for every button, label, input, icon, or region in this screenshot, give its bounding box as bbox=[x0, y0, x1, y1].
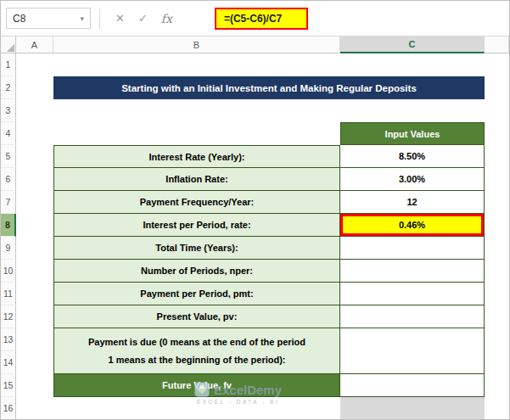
cell-C7[interactable]: 12 bbox=[340, 191, 485, 214]
cell-C15[interactable] bbox=[340, 374, 485, 397]
cell-C9[interactable] bbox=[340, 237, 485, 260]
cell-B13-B14-merged[interactable]: Payment is due (0 means at the end of th… bbox=[53, 328, 340, 374]
cell-B9[interactable]: Total Time (Years): bbox=[53, 237, 340, 260]
cell-B15-future-value[interactable]: Future Value, fv bbox=[53, 374, 340, 397]
cell-C16[interactable] bbox=[340, 397, 485, 420]
cell-C4-input-values-header[interactable]: Input Values bbox=[340, 122, 485, 145]
formula-input[interactable]: =(C5-C6)/C7 bbox=[215, 8, 308, 30]
cell-B6[interactable]: Inflation Rate: bbox=[53, 168, 340, 191]
cell-B5[interactable]: Interest Rate (Yearly): bbox=[53, 145, 340, 168]
row-header-8[interactable]: 8 bbox=[1, 214, 16, 237]
cell-B2-C2-title-banner[interactable]: Starting with an Initial Investment and … bbox=[53, 76, 485, 99]
cell-B8[interactable]: Interest per Period, rate: bbox=[53, 214, 340, 237]
cell-C13-C14-merged[interactable] bbox=[340, 328, 485, 374]
row-header-6[interactable]: 6 bbox=[1, 168, 16, 191]
cell-C10[interactable] bbox=[340, 260, 485, 283]
payment-due-label-line1: Payment is due (0 means at the end of th… bbox=[88, 333, 305, 350]
cell-C12[interactable] bbox=[340, 305, 485, 328]
cell-C8-selected[interactable]: 0.46% bbox=[340, 214, 485, 237]
name-box-value: C8 bbox=[13, 13, 25, 25]
formula-bar-divider bbox=[99, 8, 100, 29]
row-header-13[interactable]: 13 bbox=[1, 328, 16, 351]
cell-B10[interactable]: Number of Periods, nper: bbox=[53, 260, 340, 283]
insert-function-icon[interactable]: fx bbox=[161, 12, 172, 25]
row-header-12[interactable]: 12 bbox=[1, 305, 16, 328]
excel-window: C8 ▾ ✕ ✓ fx =(C5-C6)/C7 A B C 1 2 3 4 5 … bbox=[0, 0, 510, 420]
row-header-2[interactable]: 2 bbox=[1, 76, 16, 99]
row-header-4[interactable]: 4 bbox=[1, 122, 16, 145]
cell-C6[interactable]: 3.00% bbox=[340, 168, 485, 191]
cell-B12[interactable]: Present Value, pv: bbox=[53, 305, 340, 328]
enter-icon[interactable]: ✓ bbox=[138, 12, 148, 25]
cell-B11[interactable]: Payment per Period, pmt: bbox=[53, 283, 340, 305]
cell-C11[interactable] bbox=[340, 283, 485, 305]
row-header-10[interactable]: 10 bbox=[1, 260, 16, 283]
row-header-15[interactable]: 15 bbox=[1, 374, 16, 397]
worksheet: A B C 1 2 3 4 5 6 7 8 9 10 11 12 13 14 1… bbox=[1, 36, 509, 420]
row-header-3[interactable]: 3 bbox=[1, 99, 16, 122]
row-header-5[interactable]: 5 bbox=[1, 145, 16, 168]
row-header-9[interactable]: 9 bbox=[1, 237, 16, 260]
payment-due-label-line2: 1 means at the beginning of the period): bbox=[108, 351, 285, 368]
cell-B7[interactable]: Payment Frequency/Year: bbox=[53, 191, 340, 214]
name-box-dropdown-icon[interactable]: ▾ bbox=[80, 14, 84, 23]
row-header-14[interactable]: 14 bbox=[1, 351, 16, 374]
row-header-7[interactable]: 7 bbox=[1, 191, 16, 214]
cancel-icon[interactable]: ✕ bbox=[115, 12, 125, 25]
select-all-corner[interactable] bbox=[1, 36, 16, 53]
column-header-D[interactable] bbox=[485, 36, 509, 53]
column-header-B[interactable]: B bbox=[53, 36, 340, 53]
cell-C5[interactable]: 8.50% bbox=[340, 145, 485, 168]
row-header-1[interactable]: 1 bbox=[1, 53, 16, 76]
row-header-11[interactable]: 11 bbox=[1, 283, 16, 305]
column-header-A[interactable]: A bbox=[16, 36, 53, 53]
name-box[interactable]: C8 ▾ bbox=[6, 8, 91, 29]
formula-bar: C8 ▾ ✕ ✓ fx =(C5-C6)/C7 bbox=[1, 1, 509, 36]
row-header-16[interactable]: 16 bbox=[1, 397, 16, 420]
column-header-C[interactable]: C bbox=[340, 36, 485, 53]
